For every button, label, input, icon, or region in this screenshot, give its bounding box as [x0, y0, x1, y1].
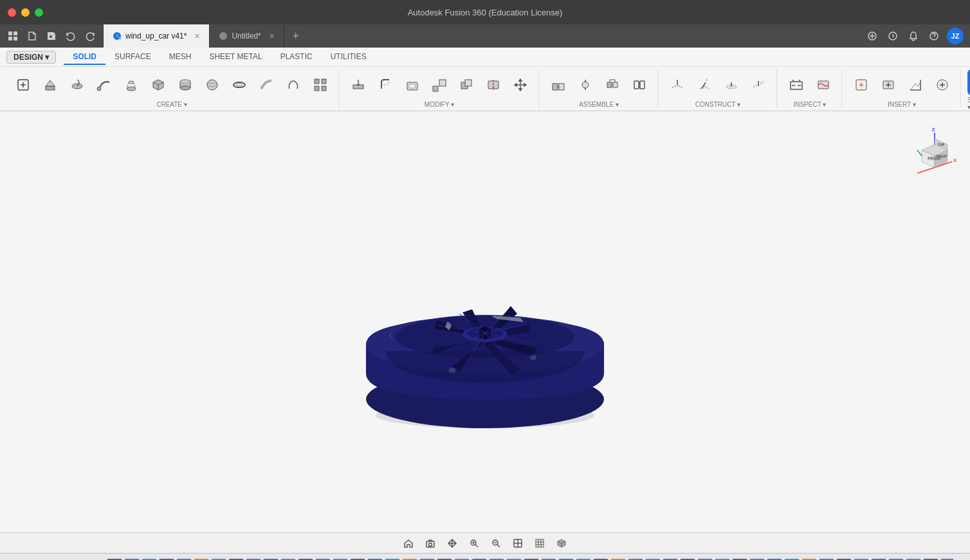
tab-mesh[interactable]: MESH: [160, 50, 201, 65]
svg-line-90: [475, 545, 478, 547]
tab-close-untitled[interactable]: ✕: [269, 32, 275, 41]
tab-wind-up-car[interactable]: 🔧 wind_up_car v41* ✕: [104, 24, 210, 48]
new-component-tool[interactable]: [10, 72, 36, 98]
scale-tool[interactable]: [426, 72, 452, 98]
construct-tool-1[interactable]: [664, 72, 690, 98]
insert-tool-1[interactable]: [848, 72, 874, 98]
fillet-tool[interactable]: [372, 72, 398, 98]
help-icon[interactable]: [926, 28, 942, 44]
inspect-group-label: INSPECT ▾: [794, 101, 827, 108]
loft-tool[interactable]: [118, 72, 144, 98]
titlebar: Autodesk Fusion 360 (Education License): [0, 0, 970, 24]
split-body-tool[interactable]: [480, 72, 506, 98]
sweep-tool[interactable]: [91, 72, 117, 98]
svg-rect-45: [559, 84, 564, 90]
clock-icon[interactable]: [885, 28, 901, 44]
construct-tools: °: [664, 69, 771, 100]
coil-tool[interactable]: [280, 72, 306, 98]
tab-untitled[interactable]: Untitled* ✕: [210, 24, 284, 48]
minimize-button[interactable]: [21, 8, 30, 17]
design-dropdown[interactable]: DESIGN ▾: [6, 51, 56, 64]
combine-tool[interactable]: [453, 72, 479, 98]
tabbar-right-controls: JZ: [865, 24, 970, 48]
shell-tool[interactable]: [399, 72, 425, 98]
canvas-area: [0, 111, 970, 532]
svg-point-6: [219, 32, 227, 40]
viewcube-btn[interactable]: [553, 534, 571, 552]
svg-point-14: [97, 87, 101, 91]
box-tool[interactable]: [145, 72, 171, 98]
pan-btn[interactable]: [443, 534, 461, 552]
torus-tool[interactable]: [226, 72, 252, 98]
insert-tool-4[interactable]: [929, 72, 955, 98]
svg-point-19: [180, 86, 190, 90]
svg-rect-11: [46, 86, 55, 90]
press-pull-tool[interactable]: [345, 72, 371, 98]
tab-icon-untitled: [219, 32, 228, 41]
select-tools: [967, 69, 970, 95]
home-view-btn[interactable]: [399, 534, 417, 552]
display-mode-btn[interactable]: [509, 534, 527, 552]
assemble-tool-4[interactable]: [627, 72, 652, 98]
tab-utilities[interactable]: UTILITIES: [322, 50, 376, 65]
user-avatar[interactable]: JZ: [947, 28, 964, 44]
notification-icon[interactable]: [906, 28, 921, 44]
tab-icon-wind-up-car: 🔧: [113, 32, 122, 41]
camera-btn[interactable]: [421, 534, 439, 552]
inspect-tools: [783, 69, 836, 100]
insert-tool-3[interactable]: [902, 72, 928, 98]
tab-solid[interactable]: SOLID: [64, 50, 105, 65]
svg-marker-40: [519, 79, 522, 81]
zoom-in-btn[interactable]: [465, 534, 483, 552]
orientation-cube[interactable]: Z X FRONT RIGHT TOP: [906, 124, 957, 176]
connection-icon[interactable]: [865, 28, 880, 44]
toolbar-group-modify: MODIFY ▾: [340, 69, 539, 108]
inspect-tool-1[interactable]: [783, 72, 809, 98]
assemble-tool-3[interactable]: [599, 72, 625, 98]
svg-rect-26: [315, 79, 319, 84]
insert-tool-2[interactable]: [875, 72, 901, 98]
tab-close-wind-up-car[interactable]: ✕: [194, 32, 200, 41]
assemble-tools: [545, 69, 652, 100]
redo-icon[interactable]: [82, 28, 98, 44]
construct-tool-2[interactable]: °: [691, 72, 717, 98]
zoom-out-btn[interactable]: [487, 534, 505, 552]
revolve-tool[interactable]: [64, 72, 90, 98]
assemble-tool-1[interactable]: [545, 72, 571, 98]
toolbar-group-insert: INSERT ▾: [843, 69, 961, 108]
tab-surface[interactable]: SURFACE: [105, 50, 160, 65]
insert-group-label: INSERT ▾: [888, 101, 916, 108]
sphere-tool[interactable]: [199, 72, 225, 98]
svg-line-94: [497, 545, 500, 547]
grid-btn[interactable]: [531, 534, 549, 552]
tab-plastic[interactable]: PLASTIC: [271, 50, 322, 65]
pattern-tool[interactable]: [307, 72, 333, 98]
maximize-button[interactable]: [35, 8, 43, 17]
tab-sheet-metal[interactable]: SHEET METAL: [200, 50, 271, 65]
grid-icon[interactable]: [5, 28, 21, 44]
viewport[interactable]: Z X FRONT RIGHT TOP: [0, 111, 970, 532]
cylinder-tool[interactable]: [172, 72, 198, 98]
traffic-lights[interactable]: [8, 8, 43, 17]
pipe-tool[interactable]: [253, 72, 279, 98]
new-tab-button[interactable]: +: [284, 24, 307, 48]
svg-point-88: [429, 543, 432, 546]
inspect-tool-2[interactable]: [810, 72, 836, 98]
undo-icon[interactable]: [63, 28, 78, 44]
bottom-toolbar: [0, 532, 970, 553]
construct-tool-4[interactable]: [746, 72, 771, 98]
save-icon[interactable]: [44, 28, 59, 44]
assemble-tool-2[interactable]: [572, 72, 598, 98]
close-button[interactable]: [8, 8, 16, 17]
tab-label-untitled: Untitled*: [232, 32, 261, 41]
file-icon[interactable]: [24, 28, 40, 44]
svg-rect-0: [8, 32, 12, 35]
construct-tool-3[interactable]: [718, 72, 744, 98]
svg-rect-50: [613, 82, 618, 87]
svg-rect-1: [14, 32, 17, 35]
svg-rect-34: [433, 86, 438, 91]
extrude-tool[interactable]: [37, 72, 63, 98]
select-tool[interactable]: [967, 69, 970, 95]
move-tool[interactable]: [508, 72, 533, 98]
svg-rect-52: [640, 81, 645, 89]
